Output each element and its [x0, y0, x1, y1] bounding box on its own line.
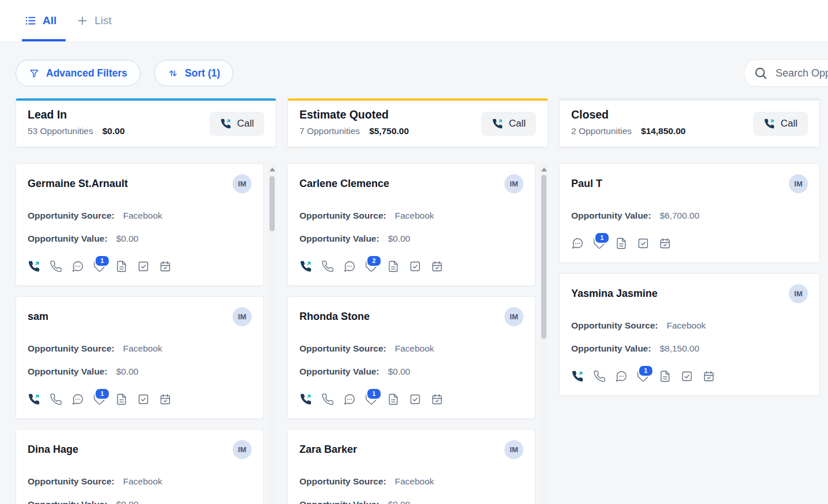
search-input[interactable] [774, 67, 828, 80]
notes-icon[interactable] [615, 237, 628, 250]
advanced-filters-button[interactable]: Advanced Filters [16, 60, 140, 86]
opportunity-source-label: Opportunity Source: [299, 343, 386, 354]
opportunity-card[interactable]: Zara Barker IM Opportunity Source: Faceb… [287, 429, 535, 504]
scrollbar-up-arrow[interactable] [541, 167, 547, 171]
contact-name: Germaine St.Arnault [28, 174, 128, 190]
phone-icon[interactable] [50, 393, 62, 406]
avatar[interactable]: IM [789, 284, 808, 303]
tag-icon[interactable]: 2 [365, 260, 378, 273]
phone-icon[interactable] [321, 393, 334, 406]
tag-icon[interactable]: 1 [93, 260, 106, 273]
opportunity-card[interactable]: Germaine St.Arnault IM Opportunity Sourc… [16, 163, 264, 286]
tasks-icon[interactable] [409, 260, 421, 273]
column-scrollbar[interactable] [540, 163, 548, 504]
tag-icon[interactable]: 1 [593, 237, 606, 250]
tasks-icon[interactable] [637, 237, 650, 250]
column-card-list: Germaine St.Arnault IM Opportunity Sourc… [16, 163, 276, 504]
opportunity-value-row: Opportunity Value: $0.00 [28, 499, 252, 504]
opportunity-source-label: Opportunity Source: [571, 320, 658, 331]
opportunity-card[interactable]: Dina Hage IM Opportunity Source: Faceboo… [16, 429, 264, 504]
opportunity-value-row: Opportunity Value: $0.00 [299, 499, 523, 504]
avatar[interactable]: IM [504, 440, 523, 459]
column-scrollbar[interactable] [268, 163, 276, 504]
tasks-icon[interactable] [681, 370, 693, 383]
sms-icon[interactable] [571, 237, 584, 250]
opportunity-card[interactable]: Paul T IM Opportunity Value: $6,700.00 1 [559, 163, 820, 263]
tab-all[interactable]: All [23, 0, 58, 41]
sms-icon[interactable] [71, 393, 84, 406]
call-made-icon[interactable] [28, 260, 40, 273]
tag-icon[interactable]: 1 [365, 393, 378, 406]
scrollbar-up-arrow[interactable] [269, 167, 275, 171]
opportunity-value-label: Opportunity Value: [28, 499, 108, 504]
call-button[interactable]: Call [753, 112, 808, 136]
sms-icon[interactable] [71, 260, 84, 273]
call-made-icon[interactable] [299, 260, 312, 273]
notes-icon[interactable] [659, 370, 671, 383]
call-made-icon[interactable] [28, 393, 40, 406]
phone-icon[interactable] [50, 260, 62, 273]
tag-icon[interactable]: 1 [637, 370, 650, 383]
column-total-value: $14,850.00 [641, 126, 686, 136]
sms-icon[interactable] [343, 260, 356, 273]
tag-count-badge: 1 [638, 365, 654, 377]
notes-icon[interactable] [115, 393, 128, 406]
card-action-icons: 1 [571, 235, 808, 252]
scrollbar-thumb[interactable] [269, 176, 275, 231]
active-tab-underline [22, 39, 66, 41]
phone-icon[interactable] [321, 260, 334, 273]
call-made-icon[interactable] [571, 370, 584, 383]
sms-icon[interactable] [615, 370, 628, 383]
opportunity-source-value: Facebook [395, 343, 434, 354]
contact-name: Yasmina Jasmine [571, 284, 658, 300]
opportunity-value-amount: $0.00 [116, 234, 139, 244]
opportunity-card[interactable]: sam IM Opportunity Source: Facebook Oppo… [16, 296, 264, 419]
scrollbar-thumb[interactable] [541, 175, 546, 339]
column-total-value: $0.00 [102, 126, 125, 136]
avatar[interactable]: IM [233, 174, 252, 193]
notes-icon[interactable] [115, 260, 128, 273]
card-action-icons: 1 [28, 258, 252, 275]
call-icon [764, 118, 775, 129]
appointment-icon[interactable] [431, 393, 443, 406]
search-box[interactable] [744, 59, 828, 87]
opportunity-value-label: Opportunity Value: [299, 499, 379, 504]
sort-icon [168, 68, 178, 79]
tab-add-list[interactable]: List [75, 0, 113, 41]
contact-name: Rhonda Stone [299, 307, 370, 323]
contact-name: Paul T [571, 174, 602, 190]
opportunity-card[interactable]: Yasmina Jasmine IM Opportunity Source: F… [559, 273, 820, 396]
opportunity-value-row: Opportunity Value: $8,150.00 [571, 343, 808, 354]
avatar[interactable]: IM [233, 307, 252, 326]
opportunity-source-label: Opportunity Source: [28, 211, 115, 221]
opportunity-card[interactable]: Carlene Clemence IM Opportunity Source: … [287, 163, 535, 286]
call-button[interactable]: Call [481, 112, 536, 136]
notes-icon[interactable] [387, 393, 400, 406]
plus-icon [76, 14, 89, 27]
call-made-icon[interactable] [299, 393, 312, 406]
notes-icon[interactable] [387, 260, 400, 273]
pipeline-column-estimate-quoted: Estimate Quoted 7 Opportunities $5,750.0… [287, 98, 548, 504]
appointment-icon[interactable] [702, 370, 715, 383]
tasks-icon[interactable] [137, 393, 150, 406]
avatar[interactable]: IM [233, 440, 252, 459]
tag-icon[interactable]: 1 [93, 393, 106, 406]
phone-icon[interactable] [593, 370, 606, 383]
tasks-icon[interactable] [137, 260, 150, 273]
appointment-icon[interactable] [431, 260, 443, 273]
opportunity-card[interactable]: Rhonda Stone IM Opportunity Source: Face… [287, 296, 535, 419]
avatar[interactable]: IM [504, 307, 523, 326]
avatar[interactable]: IM [789, 174, 808, 193]
opportunity-source-value: Facebook [395, 211, 434, 221]
appointment-icon[interactable] [159, 393, 172, 406]
sms-icon[interactable] [343, 393, 356, 406]
appointment-icon[interactable] [659, 237, 671, 250]
opportunity-value-label: Opportunity Value: [28, 366, 108, 377]
call-button[interactable]: Call [210, 112, 264, 136]
sort-button[interactable]: Sort (1) [154, 60, 233, 86]
opportunity-value-amount: $0.00 [388, 499, 411, 504]
avatar[interactable]: IM [504, 174, 523, 193]
tasks-icon[interactable] [409, 393, 421, 406]
tag-count-badge: 1 [594, 232, 610, 244]
appointment-icon[interactable] [159, 260, 172, 273]
